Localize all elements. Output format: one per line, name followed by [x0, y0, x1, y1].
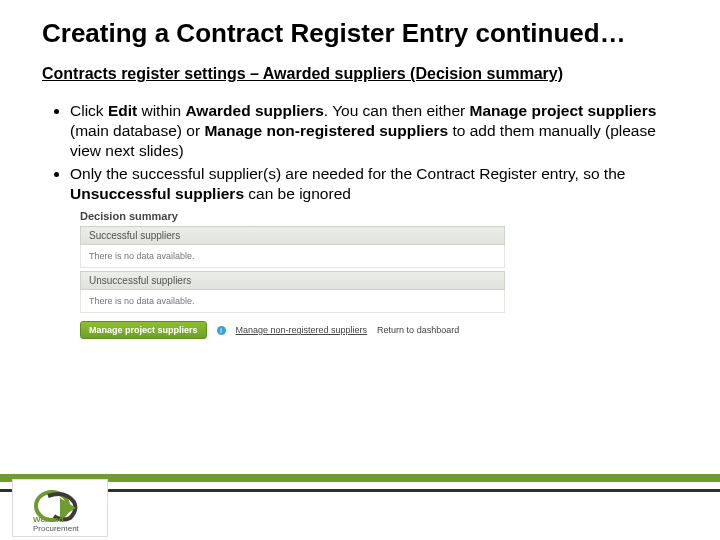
bullet-2: Only the successful supplier(s) are need… — [70, 164, 670, 204]
footer: WellandProcurement — [0, 470, 720, 540]
manage-non-registered-link[interactable]: Manage non-registered suppliers — [236, 325, 368, 335]
return-dashboard-link[interactable]: Return to dashboard — [377, 325, 459, 335]
successful-suppliers-header: Successful suppliers — [80, 226, 505, 245]
unsuccessful-suppliers-header: Unsuccessful suppliers — [80, 271, 505, 290]
unsuccessful-suppliers-body: There is no data available. — [80, 290, 505, 313]
manage-project-suppliers-button[interactable]: Manage project suppliers — [80, 321, 207, 339]
welland-logo: WellandProcurement — [12, 479, 108, 537]
successful-suppliers-body: There is no data available. — [80, 245, 505, 268]
footer-green-bar — [0, 474, 720, 482]
section-subtitle: Contracts register settings – Awarded su… — [0, 55, 720, 95]
info-icon: i — [217, 326, 226, 335]
footer-dark-bar — [0, 489, 720, 492]
bullet-1: Click Edit within Awarded suppliers. You… — [70, 101, 670, 160]
panel-title: Decision summary — [80, 210, 505, 222]
action-bar: Manage project suppliers i Manage non-re… — [80, 321, 505, 339]
slide-title: Creating a Contract Register Entry conti… — [0, 0, 720, 55]
bullet-list: Click Edit within Awarded suppliers. You… — [0, 95, 720, 204]
logo-text: WellandProcurement — [33, 515, 79, 533]
decision-summary-panel: Decision summary Successful suppliers Th… — [80, 210, 505, 339]
